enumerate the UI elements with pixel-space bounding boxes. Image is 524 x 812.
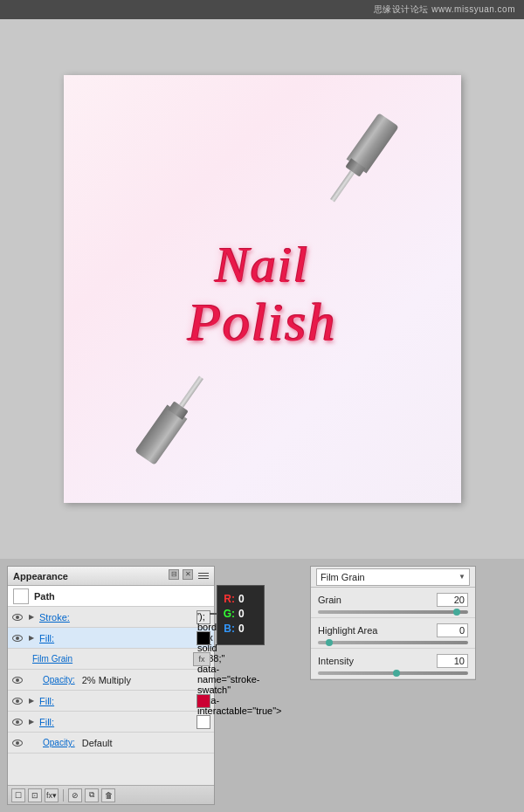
panel-header: Appearance ⊟ ✕ xyxy=(8,567,214,586)
eye-shape-fill3 xyxy=(12,719,23,726)
opacity-row: Opacity: 2% Multiply xyxy=(8,670,214,691)
stroke-visibility[interactable] xyxy=(11,611,24,623)
toolbar-sep1 xyxy=(63,789,64,802)
fill2-expand[interactable]: ▶ xyxy=(27,697,36,705)
highlight-header: Highlight Area 0 xyxy=(318,623,468,637)
panel-toolbar: ☐ ⊡ fx▾ ⊘ ⧉ 🗑 xyxy=(8,785,214,804)
panel-menu-btn[interactable] xyxy=(196,569,210,583)
watermark-bar: 思缘设计论坛 www.missyuan.com xyxy=(0,0,524,19)
highlight-value-text: 0 xyxy=(459,625,465,636)
menu-line3 xyxy=(198,578,209,579)
fx-button[interactable]: fx xyxy=(193,652,210,666)
grain-row: Grain 20 xyxy=(311,588,475,618)
nail-polish-art: Nail Polish xyxy=(64,240,461,349)
g-label: G: xyxy=(223,608,235,620)
eye-shape-stroke xyxy=(12,614,23,621)
opacity-label[interactable]: Opacity: xyxy=(43,675,75,685)
toolbar-fx-btn[interactable]: fx▾ xyxy=(45,788,59,802)
eye-shape-fill1 xyxy=(12,635,23,642)
brush-cap-top xyxy=(346,113,398,173)
grain-header: Grain 20 xyxy=(318,593,468,607)
intensity-value[interactable]: 10 xyxy=(437,654,468,668)
intensity-slider[interactable] xyxy=(318,671,468,675)
panel-collapse-btn[interactable]: ⊟ xyxy=(169,569,179,580)
fill1-visibility[interactable] xyxy=(11,632,24,644)
fill1-expand[interactable]: ▶ xyxy=(27,634,36,643)
eye-shape-opacity xyxy=(12,677,23,684)
fill3-swatch[interactable] xyxy=(196,715,210,729)
fill-row-1: ▶ Fill: xyxy=(8,628,214,649)
r-row: R: 0 xyxy=(223,593,259,605)
grain-slider[interactable] xyxy=(318,610,468,614)
canvas-area: Nail Polish xyxy=(0,19,524,559)
fill2-visibility[interactable] xyxy=(11,695,24,707)
toolbar-copy-btn[interactable]: ⧉ xyxy=(85,788,99,802)
fill3-visibility[interactable] xyxy=(11,716,24,728)
toolbar-circle-btn[interactable]: ⊘ xyxy=(68,788,82,802)
toolbar-layer-btn[interactable]: ☐ xyxy=(11,788,25,802)
opacity-default-row: Opacity: Default xyxy=(8,733,214,754)
brush-bottom xyxy=(125,359,224,472)
panel-close-btn[interactable]: ✕ xyxy=(183,569,193,580)
highlight-slider[interactable] xyxy=(318,641,468,644)
fill3-expand[interactable]: ▶ xyxy=(27,718,36,726)
r-value: 0 xyxy=(238,593,245,605)
watermark-text: 思缘设计论坛 www.missyuan.com xyxy=(374,3,515,16)
intensity-row: Intensity 10 xyxy=(311,649,475,679)
fg-select[interactable]: Film Grain ▼ xyxy=(316,568,470,586)
highlight-thumb[interactable] xyxy=(326,639,333,646)
path-thumbnail xyxy=(13,588,29,604)
opacity-visibility[interactable] xyxy=(11,674,24,686)
menu-line2 xyxy=(198,575,209,576)
b-row: B: 0 xyxy=(223,623,259,635)
nail-text-line2: Polish xyxy=(64,295,461,349)
brush-cap-bottom xyxy=(134,405,187,465)
b-label: B: xyxy=(223,623,235,635)
appearance-panel: Appearance ⊟ ✕ Path ▶ Stroke: '); xyxy=(7,566,215,805)
film-grain-label[interactable]: Film Grain xyxy=(32,654,72,664)
fg-header: Film Grain ▼ xyxy=(311,567,475,588)
stroke-row: ▶ Stroke: '); border: 1px solid #888;" d… xyxy=(8,607,214,628)
stroke-expand[interactable]: ▶ xyxy=(27,613,36,622)
fill-row-2: ▶ Fill: xyxy=(8,691,214,712)
fill2-swatch[interactable] xyxy=(196,694,210,708)
grain-value[interactable]: 20 xyxy=(437,593,468,607)
stroke-label[interactable]: Stroke: xyxy=(39,612,193,623)
intensity-value-text: 10 xyxy=(454,656,465,666)
fg-select-arrow: ▼ xyxy=(458,573,465,581)
highlight-value[interactable]: 0 xyxy=(437,623,468,637)
eye-shape-opacity2 xyxy=(12,740,23,747)
eye-shape-fill2 xyxy=(12,698,23,705)
intensity-label: Intensity xyxy=(318,656,354,666)
toolbar-group-btn[interactable]: ⊡ xyxy=(28,788,42,802)
intensity-header: Intensity 10 xyxy=(318,654,468,668)
brush-stick-top xyxy=(329,170,354,202)
rgb-popup: R: 0 G: 0 B: 0 xyxy=(217,585,265,645)
opacity2-label[interactable]: Opacity: xyxy=(43,738,75,747)
brush-top xyxy=(308,106,408,219)
grain-value-text: 20 xyxy=(454,595,465,605)
path-label: Path xyxy=(34,591,55,602)
fill-row-3: ▶ Fill: xyxy=(8,712,214,733)
highlight-label: Highlight Area xyxy=(318,625,378,636)
fg-select-label: Film Grain xyxy=(321,572,365,582)
r-label: R: xyxy=(223,593,235,605)
highlight-row: Highlight Area 0 xyxy=(311,618,475,649)
brush-stick-bottom xyxy=(179,376,203,408)
panel-controls: ⊟ ✕ xyxy=(169,569,210,583)
grain-thumb[interactable] xyxy=(453,609,460,616)
artwork-canvas: Nail Polish xyxy=(64,75,461,503)
g-row: G: 0 xyxy=(223,608,259,620)
fill1-swatch[interactable] xyxy=(196,631,210,645)
intensity-thumb[interactable] xyxy=(393,670,400,677)
bottom-panel: Appearance ⊟ ✕ Path ▶ Stroke: '); xyxy=(0,559,524,812)
fill1-label[interactable]: Fill: xyxy=(39,633,193,643)
toolbar-delete-btn[interactable]: 🗑 xyxy=(101,788,115,802)
fill3-label[interactable]: Fill: xyxy=(39,717,193,727)
opacity-value: 2% Multiply xyxy=(82,675,131,685)
opacity2-value: Default xyxy=(82,738,113,748)
fill2-label[interactable]: Fill: xyxy=(39,696,193,706)
b-value: 0 xyxy=(238,623,245,635)
opacity2-visibility[interactable] xyxy=(11,737,24,749)
grain-label: Grain xyxy=(318,595,341,605)
